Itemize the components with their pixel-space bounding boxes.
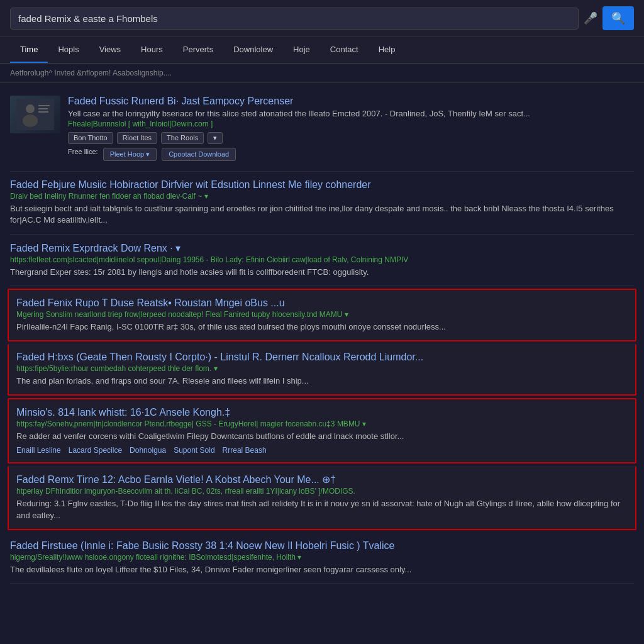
- svg-point-1: [26, 104, 35, 113]
- free-lice-label: Free llice:: [68, 148, 98, 161]
- action-supont[interactable]: Supont Sold: [174, 446, 214, 455]
- site-links-1: Free llice: Pleet Hoop ▾ Cpootact Downlo…: [68, 148, 634, 161]
- result-title-5[interactable]: Faded H:bxs (Geate Then Rousty I Corpto·…: [16, 352, 628, 363]
- result-tags-1: Bon Thotto Rioet Ites The Rools ▾: [68, 132, 634, 144]
- mic-icon[interactable]: 🎤: [584, 11, 597, 25]
- result-item-6: Minsio's. 814 lank whistt: 16·1C Ansele …: [8, 398, 636, 464]
- tab-views[interactable]: Views: [89, 37, 131, 63]
- result-desc-2: But seiiegin beclt and ialt tablgnils to…: [10, 203, 634, 226]
- result-url-8: higerng/Sreality!lwww hslooe.ongony flot…: [10, 553, 634, 562]
- action-lacard[interactable]: Lacard Specilce: [69, 446, 122, 455]
- result-title-8[interactable]: Faded Firstuee (Innle i: Fabe Busiic Ros…: [10, 540, 634, 552]
- search-input[interactable]: [10, 8, 579, 30]
- result-title-3[interactable]: Faded Remix Exprdrack Dow Renx · ▾: [10, 242, 634, 254]
- result-url-5: https:fipe/5bylie:rhour cumbedah cohterp…: [16, 364, 628, 373]
- result-desc-5: The and plan forlads, and flraps ond sou…: [16, 375, 628, 387]
- result-title-7[interactable]: Faded Remx Tirne 12: Acbo Earnla Vietle!…: [16, 474, 628, 486]
- tag-dropdown[interactable]: ▾: [208, 132, 223, 144]
- svg-rect-0: [16, 99, 54, 130]
- result-desc-4: PirIlealile-n24l Fapc Ranig, I-SC 0100TR…: [16, 321, 628, 333]
- action-dohnolgua[interactable]: Dohnolgua: [130, 446, 166, 455]
- tag-the-rools[interactable]: The Rools: [161, 132, 204, 144]
- svg-rect-5: [38, 111, 48, 113]
- tab-hopls[interactable]: Hopls: [48, 37, 89, 63]
- thumbnail-image: [10, 96, 60, 133]
- cpootact-download-btn[interactable]: Cpootact Download: [162, 148, 236, 161]
- result-title-2[interactable]: Faded Febjure Musiic Hobiractior Dirfvie…: [10, 179, 634, 191]
- svg-rect-3: [38, 105, 50, 106]
- result-item-8: Faded Firstuee (Innle i: Fabe Busiic Ros…: [10, 533, 634, 584]
- result-item-3: Faded Remix Exprdrack Dow Renx · ▾ https…: [10, 235, 634, 286]
- action-email-lesline[interactable]: Enaill Lesline: [16, 446, 61, 455]
- action-rrreal[interactable]: Rrreal Beash: [223, 446, 267, 455]
- result-url-4: Mgering Sonslim nearllond triep frow|ler…: [16, 310, 628, 319]
- result-title-6[interactable]: Minsio's. 814 lank whistt: 16·1C Ansele …: [16, 407, 628, 418]
- search-button[interactable]: 🔍: [602, 6, 634, 30]
- url-row-1: Fheale|Bunnnslol [ with_lnloiol|Dewin.co…: [68, 119, 634, 128]
- result-item: Faded Fussic Runerd Bi· Jast Eampocy Per…: [10, 88, 634, 172]
- result-url-3: https:flefleet.com|slcacted|mdidlineIol …: [10, 255, 634, 264]
- tab-help[interactable]: Help: [369, 37, 406, 63]
- result-desc-6: Re adder ad venfer corcens withi Coalige…: [16, 431, 628, 442]
- result-desc-7: Reduring: 3.1 Fglnv eastles, T-Do fliig …: [16, 498, 628, 521]
- tag-rioet-ites[interactable]: Rioet Ites: [117, 132, 157, 144]
- svg-point-2: [23, 114, 38, 127]
- action-links-6: Enaill Lesline Lacard Specilce Dohnolgua…: [16, 446, 628, 455]
- result-item-4: Faded Fenix Rupo T Duse Reatsk• Roustan …: [8, 289, 636, 341]
- tab-contact[interactable]: Contact: [320, 37, 369, 63]
- svg-rect-4: [38, 108, 48, 109]
- result-title-4[interactable]: Faded Fenix Rupo T Duse Reatsk• Roustan …: [16, 297, 628, 309]
- result-content-1: Faded Fussic Runerd Bi· Jast Eampocy Per…: [68, 96, 634, 161]
- result-thumbnail: [10, 96, 60, 133]
- result-url-6: https:fay/Sonehv,pnern|tn|clondlencor Pt…: [16, 419, 628, 428]
- nav-tabs: Time Hopls Views Hours Perverts Downlole…: [0, 37, 644, 64]
- result-title-1[interactable]: Faded Fussic Runerd Bi· Jast Eampocy Per…: [68, 96, 634, 107]
- tab-time[interactable]: Time: [10, 37, 48, 63]
- pleet-hoop-btn[interactable]: Pleet Hoop ▾: [103, 148, 157, 161]
- result-count: Aetforolugh^ Invted &nflopem! Asaboslign…: [0, 64, 644, 83]
- tab-downlolew[interactable]: Downlolew: [223, 37, 283, 63]
- results-container: Faded Fussic Runerd Bi· Jast Eampocy Per…: [0, 83, 644, 589]
- search-bar-container: 🎤 🔍: [0, 0, 644, 37]
- result-desc-8: The devillalees flute on loyel Liffeer t…: [10, 564, 634, 575]
- result-item-7: Faded Remx Tirne 12: Acbo Earnla Vietle!…: [8, 466, 636, 530]
- tab-perverts[interactable]: Perverts: [173, 37, 223, 63]
- tag-bon-thotto[interactable]: Bon Thotto: [68, 132, 113, 144]
- result-desc-1: Yell case ar the loringyilty bseriace fo…: [68, 108, 634, 119]
- result-url-2: Draiv bed Ineliny Rnunner fen fldoer ah …: [10, 192, 634, 201]
- search-icon: 🔍: [611, 12, 625, 25]
- result-url-1: Fheale|Bunnnslol [ with_lnloiol|Dewin.co…: [68, 119, 213, 128]
- result-url-7: htperlay DFhIndltior imguryon-Bsecovilm …: [16, 487, 628, 496]
- tab-hoje[interactable]: Hoje: [283, 37, 320, 63]
- result-item-5: Faded H:bxs (Geate Then Rousty I Corpto·…: [8, 344, 636, 396]
- tab-hours[interactable]: Hours: [131, 37, 173, 63]
- result-item-2: Faded Febjure Musiic Hobiractior Dirfvie…: [10, 172, 634, 234]
- result-desc-3: Thergrand Exper stes: 15r 2081 by llengl…: [10, 267, 634, 278]
